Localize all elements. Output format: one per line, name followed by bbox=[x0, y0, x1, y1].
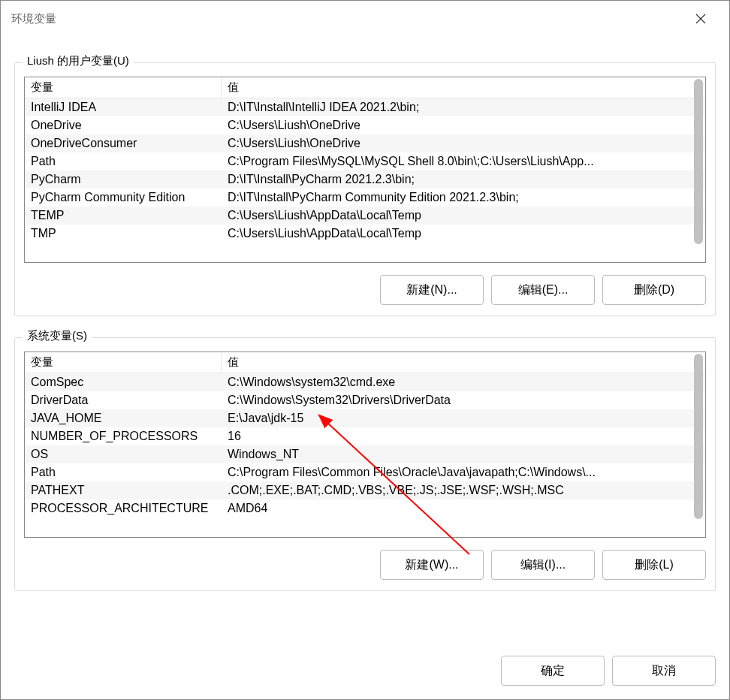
table-row[interactable]: OneDriveConsumer bbox=[25, 134, 222, 152]
table-row[interactable]: OneDrive bbox=[25, 116, 222, 134]
table-row[interactable]: D:\IT\Install\PyCharm Community Edition … bbox=[222, 189, 705, 207]
cancel-button[interactable]: 取消 bbox=[612, 656, 716, 686]
scrollbar[interactable] bbox=[693, 79, 704, 261]
dialog-footer: 确定 取消 bbox=[1, 650, 729, 699]
user-delete-button[interactable]: 删除(D) bbox=[602, 275, 706, 305]
ok-button[interactable]: 确定 bbox=[501, 656, 605, 686]
table-row[interactable]: D:\IT\Install\IntelliJ IDEA 2021.2\bin; bbox=[222, 98, 705, 116]
table-row[interactable]: PROCESSOR_ARCHITECTURE bbox=[25, 499, 222, 517]
window-title: 环境变量 bbox=[11, 12, 683, 26]
scrollbar-thumb[interactable] bbox=[694, 79, 703, 244]
close-button[interactable] bbox=[683, 1, 719, 37]
table-row[interactable]: ComSpec bbox=[25, 373, 222, 391]
column-header-name[interactable]: 变量 bbox=[25, 77, 222, 98]
table-row[interactable]: AMD64 bbox=[222, 499, 705, 517]
table-row[interactable]: C:\Windows\system32\cmd.exe bbox=[222, 373, 705, 391]
table-row[interactable]: 16 bbox=[222, 427, 705, 445]
table-row[interactable]: NUMBER_OF_PROCESSORS bbox=[25, 427, 222, 445]
user-variables-table[interactable]: 变量 值 IntelliJ IDEAD:\IT\Install\IntelliJ… bbox=[24, 77, 706, 263]
user-new-button[interactable]: 新建(N)... bbox=[380, 275, 484, 305]
table-row[interactable]: .COM;.EXE;.BAT;.CMD;.VBS;.VBE;.JS;.JSE;.… bbox=[222, 481, 705, 499]
close-icon bbox=[695, 14, 706, 24]
table-row[interactable]: Windows_NT bbox=[222, 445, 705, 463]
system-new-button[interactable]: 新建(W)... bbox=[380, 550, 484, 580]
system-delete-button[interactable]: 删除(L) bbox=[602, 550, 706, 580]
table-row[interactable]: C:\Users\Liush\AppData\Local\Temp bbox=[222, 225, 705, 243]
table-row[interactable]: TEMP bbox=[25, 207, 222, 225]
system-variables-group: 系统变量(S) 变量 值 ComSpecC:\Windows\system32\… bbox=[14, 337, 716, 591]
table-row[interactable]: C:\Users\Liush\OneDrive bbox=[222, 134, 705, 152]
system-edit-button[interactable]: 编辑(I)... bbox=[491, 550, 595, 580]
column-header-name[interactable]: 变量 bbox=[25, 352, 222, 373]
table-row[interactable]: Path bbox=[25, 152, 222, 170]
scrollbar[interactable] bbox=[693, 354, 704, 536]
table-row[interactable]: C:\Program Files\MySQL\MySQL Shell 8.0\b… bbox=[222, 152, 705, 170]
table-row[interactable]: C:\Users\Liush\AppData\Local\Temp bbox=[222, 207, 705, 225]
user-variables-legend: Liush 的用户变量(U) bbox=[23, 54, 134, 68]
table-row[interactable]: TMP bbox=[25, 225, 222, 243]
table-row[interactable]: D:\IT\Install\PyCharm 2021.2.3\bin; bbox=[222, 170, 705, 189]
table-row[interactable]: C:\Program Files\Common Files\Oracle\Jav… bbox=[222, 463, 705, 481]
table-row[interactable]: JAVA_HOME bbox=[25, 409, 222, 427]
user-edit-button[interactable]: 编辑(E)... bbox=[491, 275, 595, 305]
user-variables-buttons: 新建(N)... 编辑(E)... 删除(D) bbox=[24, 275, 706, 305]
table-row[interactable]: PyCharm bbox=[25, 170, 222, 189]
table-row[interactable]: E:\Java\jdk-15 bbox=[222, 409, 705, 427]
user-variables-group: Liush 的用户变量(U) 变量 值 IntelliJ IDEAD:\IT\I… bbox=[14, 62, 716, 316]
table-row[interactable]: C:\Users\Liush\OneDrive bbox=[222, 116, 705, 134]
table-row[interactable]: C:\Windows\System32\Drivers\DriverData bbox=[222, 391, 705, 409]
system-variables-table[interactable]: 变量 值 ComSpecC:\Windows\system32\cmd.exe … bbox=[24, 352, 706, 538]
scrollbar-thumb[interactable] bbox=[694, 354, 703, 519]
table-row[interactable]: DriverData bbox=[25, 391, 222, 409]
table-row[interactable]: Path bbox=[25, 463, 222, 481]
table-row[interactable]: OS bbox=[25, 445, 222, 463]
column-header-value[interactable]: 值 bbox=[222, 352, 705, 373]
environment-variables-dialog: 环境变量 Liush 的用户变量(U) 变量 值 IntelliJ IDEAD:… bbox=[0, 0, 730, 700]
system-variables-legend: 系统变量(S) bbox=[23, 329, 92, 343]
table-row[interactable]: IntelliJ IDEA bbox=[25, 98, 222, 116]
table-row[interactable]: PATHEXT bbox=[25, 481, 222, 499]
titlebar: 环境变量 bbox=[1, 1, 729, 37]
dialog-content: Liush 的用户变量(U) 变量 值 IntelliJ IDEAD:\IT\I… bbox=[1, 37, 729, 650]
system-variables-buttons: 新建(W)... 编辑(I)... 删除(L) bbox=[24, 550, 706, 580]
column-header-value[interactable]: 值 bbox=[222, 77, 705, 98]
table-row[interactable]: PyCharm Community Edition bbox=[25, 189, 222, 207]
